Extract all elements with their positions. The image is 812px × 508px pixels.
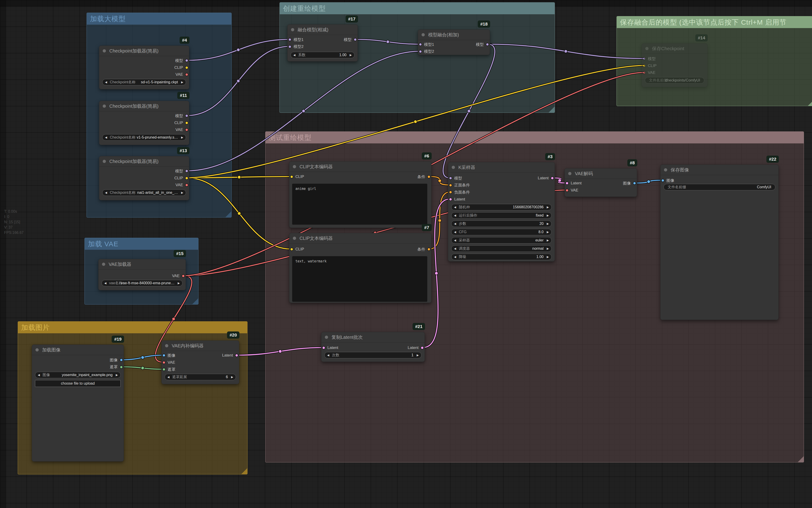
output-port-mask[interactable]: 遮罩	[110, 365, 123, 370]
input-port-model[interactable]: 模型	[643, 56, 656, 61]
widget-cfg[interactable]: ◀▶CFG8.0	[451, 229, 552, 235]
collapse-dot-icon[interactable]	[293, 237, 296, 240]
node-clip-text-encode-negative-7[interactable]: #7CLIP文本编码器CLIP条件text, watermark	[289, 233, 431, 303]
collapse-dot-icon[interactable]	[291, 28, 294, 31]
node-vae-encode-inpaint-20[interactable]: #20VAE内补编码器图像VAE遮罩Latent◀▶遮罩延展6	[161, 340, 239, 384]
left-arrow-icon[interactable]: ◀	[454, 212, 456, 218]
node-checkpoint-loader-11[interactable]: #11Checkpoint加载器(简易)模型CLIPVAE◀▶Checkpoin…	[99, 101, 189, 145]
node-save-checkpoint-14[interactable]: #14保存Checkpoint模型CLIPVAE文件名前缀checkpoints…	[642, 43, 708, 87]
right-arrow-icon[interactable]: ▶	[547, 204, 549, 210]
widget-checkpoint-name[interactable]: ◀▶Checkpoint名称v1-5-pruned-emaonly.s…	[102, 134, 186, 141]
output-port-latent[interactable]: Latent	[538, 176, 554, 180]
left-arrow-icon[interactable]: ◀	[454, 254, 456, 260]
group-header-load-image[interactable]: 加载图片	[18, 322, 247, 333]
node-titlebar[interactable]: VAE加载器	[98, 259, 185, 269]
input-port-model[interactable]: 模型2	[419, 49, 434, 54]
left-arrow-icon[interactable]: ◀	[104, 280, 106, 286]
left-arrow-icon[interactable]: ◀	[454, 246, 456, 252]
output-port-model[interactable]: 模型	[344, 37, 357, 42]
group-resize-handle[interactable]	[192, 298, 198, 304]
left-arrow-icon[interactable]: ◀	[167, 374, 169, 380]
right-arrow-icon[interactable]: ▶	[547, 229, 549, 235]
output-port-vae[interactable]: VAE	[172, 274, 185, 278]
left-arrow-icon[interactable]: ◀	[105, 190, 107, 196]
node-ksampler-3[interactable]: #3K采样器模型正面条件负面条件LatentLatent◀▶随机种1566802…	[448, 162, 555, 261]
input-port-image[interactable]: 图像	[661, 178, 674, 183]
left-arrow-icon[interactable]: ◀	[327, 352, 329, 358]
output-port-model[interactable]: 模型	[476, 42, 489, 47]
output-port-clip[interactable]: CLIP	[174, 66, 188, 70]
node-clip-text-encode-positive-6[interactable]: #6CLIP文本编码器CLIP条件anime girl	[289, 161, 431, 228]
widget-filename-prefix[interactable]: 文件名前缀ComfyUI	[664, 184, 775, 190]
output-port-clip[interactable]: CLIP	[174, 121, 188, 125]
widget-batch-count[interactable]: ◀▶次数1	[325, 352, 422, 358]
collapse-dot-icon[interactable]	[664, 168, 667, 171]
node-titlebar[interactable]: K采样器	[448, 162, 555, 173]
node-titlebar[interactable]: CLIP文本编码器	[289, 162, 431, 172]
widget-image[interactable]: ◀▶图像yosemite_inpaint_example.png	[35, 372, 121, 378]
input-port-latent[interactable]: Latent	[449, 197, 465, 202]
left-arrow-icon[interactable]: ◀	[454, 237, 456, 243]
node-checkpoint-loader-13[interactable]: #13Checkpoint加载器(简易)模型CLIPVAE◀▶Checkpoin…	[99, 156, 189, 200]
right-arrow-icon[interactable]: ▶	[547, 221, 549, 227]
input-port-conditioning[interactable]: 负面条件	[449, 190, 470, 195]
input-port-image[interactable]: 图像	[162, 353, 175, 358]
node-titlebar[interactable]: 保存图像	[660, 165, 778, 175]
right-arrow-icon[interactable]: ▶	[231, 374, 233, 380]
input-port-model[interactable]: 模型1	[288, 37, 303, 42]
group-header-create-inpaint-model[interactable]: 创建重绘模型	[280, 3, 555, 14]
prompt-textarea[interactable]: anime girl	[292, 184, 427, 225]
collapse-dot-icon[interactable]	[36, 348, 39, 351]
right-arrow-icon[interactable]: ▶	[547, 254, 549, 260]
left-arrow-icon[interactable]: ◀	[105, 134, 107, 140]
output-port-image[interactable]: 图像	[110, 358, 123, 362]
left-arrow-icon[interactable]: ◀	[38, 372, 40, 378]
node-titlebar[interactable]: CLIP文本编码器	[289, 233, 431, 244]
input-port-latent[interactable]: Latent	[565, 181, 582, 185]
right-arrow-icon[interactable]: ▶	[181, 190, 183, 196]
output-port-conditioning[interactable]: 条件	[417, 174, 430, 179]
node-titlebar[interactable]: Checkpoint加载器(简易)	[99, 156, 189, 167]
collapse-dot-icon[interactable]	[103, 104, 106, 108]
collapse-dot-icon[interactable]	[293, 165, 296, 168]
node-titlebar[interactable]: 保存Checkpoint	[642, 43, 707, 54]
collapse-dot-icon[interactable]	[325, 336, 328, 339]
widget-mask-grow[interactable]: ◀▶遮罩延展6	[165, 374, 236, 380]
node-repeat-latent-batch-21[interactable]: #21复制Latent批次LatentLatent◀▶次数1	[321, 332, 425, 362]
input-port-clip[interactable]: CLIP	[643, 64, 656, 68]
right-arrow-icon[interactable]: ▶	[116, 372, 118, 378]
widget-checkpoint-name[interactable]: ◀▶Checkpoint名称sd-v1-5-inpainting.ckpt	[102, 79, 186, 85]
output-port-model[interactable]: 模型	[175, 114, 188, 118]
group-resize-handle[interactable]	[225, 211, 231, 217]
right-arrow-icon[interactable]: ▶	[181, 79, 183, 85]
comfyui-node-canvas[interactable]: 加载大模型创建重绘模型保存融合后的模型 (选中该节点后按下 Ctrl+M 启用节…	[0, 0, 812, 508]
collapse-dot-icon[interactable]	[103, 160, 106, 163]
output-port-clip[interactable]: CLIP	[174, 176, 188, 180]
collapse-dot-icon[interactable]	[102, 263, 105, 266]
collapse-dot-icon[interactable]	[568, 172, 571, 175]
node-titlebar[interactable]: 加载图像	[32, 345, 124, 355]
input-port-conditioning[interactable]: 正面条件	[449, 183, 470, 187]
widget-vae-name[interactable]: ◀▶vae名称vae-ft-mse-840000-ema-prune…	[101, 280, 182, 286]
left-arrow-icon[interactable]: ◀	[454, 221, 456, 227]
node-load-image-19[interactable]: #19加载图像图像遮罩◀▶图像yosemite_inpaint_example.…	[32, 345, 124, 462]
output-port-model[interactable]: 模型	[175, 169, 188, 173]
left-arrow-icon[interactable]: ◀	[105, 79, 107, 85]
widget-steps[interactable]: ◀▶步数20	[451, 220, 552, 227]
input-port-model[interactable]: 模型2	[288, 44, 303, 49]
widget-multiplier[interactable]: ◀▶系数1.00	[291, 52, 354, 58]
output-port-latent[interactable]: Latent	[408, 345, 424, 350]
node-model-merge-subtract-17[interactable]: #17融合模型(相减)模型1模型2模型◀▶系数1.00	[287, 25, 358, 61]
collapse-dot-icon[interactable]	[452, 166, 455, 169]
input-port-vae[interactable]: VAE	[565, 188, 578, 193]
left-arrow-icon[interactable]: ◀	[454, 204, 456, 210]
right-arrow-icon[interactable]: ▶	[547, 237, 549, 243]
collapse-dot-icon[interactable]	[645, 47, 648, 50]
input-port-mask[interactable]: 遮罩	[162, 367, 175, 372]
group-header-test-inpaint-model[interactable]: 测试重绘模型	[265, 132, 804, 143]
output-port-vae[interactable]: VAE	[175, 72, 188, 77]
widget-sampler[interactable]: ◀▶采样器euler	[451, 237, 552, 244]
right-arrow-icon[interactable]: ▶	[417, 352, 419, 358]
node-titlebar[interactable]: Checkpoint加载器(简易)	[99, 101, 189, 112]
group-header-load-vae[interactable]: 加载 VAE	[85, 238, 198, 250]
